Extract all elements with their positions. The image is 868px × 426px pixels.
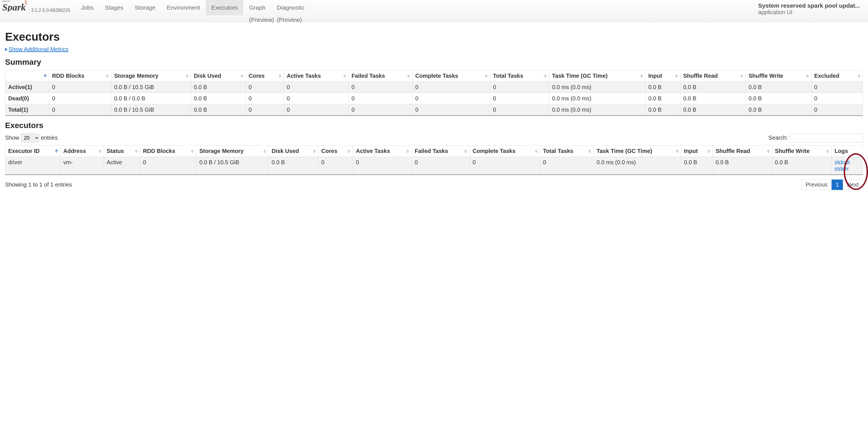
nav-tab-graph[interactable]: Graph(Preview)	[243, 0, 271, 15]
exec-col-header[interactable]: Shuffle Write	[772, 146, 832, 157]
col-header-text: Shuffle Read	[683, 73, 718, 79]
pager-previous[interactable]: Previous	[801, 180, 832, 190]
exec-cell: 0.0 B	[772, 157, 832, 175]
nav-tab-diagnostic[interactable]: Diagnostic(Preview)	[271, 0, 310, 15]
col-header-text: Excluded	[814, 73, 839, 79]
summary-cell: 0.0 B	[746, 104, 811, 116]
logs-cell: stdoutstderr	[832, 157, 863, 175]
summary-cell: 0	[348, 93, 412, 104]
nav-tabs: JobsStagesStorageEnvironmentExecutorsGra…	[75, 0, 310, 15]
sort-icon	[588, 149, 592, 153]
sort-icon	[767, 149, 770, 153]
summary-col-header[interactable]: Input	[645, 70, 680, 82]
pager-page[interactable]: 1	[832, 180, 843, 190]
col-header-text: Status	[107, 148, 124, 154]
exec-col-header[interactable]: Active Tasks	[353, 146, 412, 157]
nav-tab-sublabel: (Preview)	[249, 17, 274, 23]
exec-col-header[interactable]: Logs	[832, 146, 863, 157]
show-metrics-toggle[interactable]: Show Additional Metrics	[5, 46, 863, 53]
col-header-text: Input	[648, 73, 662, 79]
exec-col-header[interactable]: Status	[104, 146, 140, 157]
summary-cell: 0	[412, 104, 490, 116]
exec-cell: 0	[412, 157, 470, 175]
summary-col-header[interactable]: Shuffle Read	[680, 70, 745, 82]
exec-col-header[interactable]: Cores	[318, 146, 353, 157]
exec-col-header[interactable]: Executor ID	[5, 146, 60, 157]
stderr-link[interactable]: stderr	[834, 166, 860, 172]
sort-icon	[640, 74, 644, 78]
page-size-select[interactable]: 102050100	[21, 133, 39, 143]
sort-icon	[347, 149, 351, 153]
nav-tab-executors[interactable]: Executors	[206, 0, 243, 15]
pager-next[interactable]: Next	[843, 180, 863, 190]
nav-tab-storage[interactable]: Storage	[129, 0, 161, 15]
summary-cell: 0.0 B	[645, 104, 680, 116]
col-header-text: Shuffle Read	[716, 148, 750, 154]
col-header-text: Storage Memory	[114, 73, 158, 79]
summary-col-header[interactable]: Task Time (GC Time)	[549, 70, 645, 82]
show-metrics-link-text: Show Additional Metrics	[8, 46, 68, 52]
exec-col-header[interactable]: Input	[681, 146, 713, 157]
summary-cell: 0.0 B	[680, 104, 745, 116]
sort-icon	[464, 149, 468, 153]
summary-cell: 0	[811, 82, 863, 93]
sort-icon	[343, 74, 347, 78]
summary-col-header[interactable]: Failed Tasks	[348, 70, 412, 82]
summary-cell: 0	[348, 104, 412, 116]
nav-tab-label: Graph	[249, 4, 265, 11]
col-header-text: Failed Tasks	[351, 73, 385, 79]
exec-col-header[interactable]: Complete Tasks	[470, 146, 540, 157]
summary-col-header[interactable]: RDD Blocks	[49, 70, 111, 82]
col-header-text: Shuffle Write	[775, 148, 810, 154]
summary-cell: 0	[490, 82, 549, 93]
exec-cell: 0.0 B	[713, 157, 772, 175]
summary-cell: 0	[246, 104, 284, 116]
col-header-text: Shuffle Write	[748, 73, 783, 79]
summary-col-header[interactable]: Active Tasks	[284, 70, 348, 82]
sort-icon	[740, 74, 744, 78]
summary-col-header[interactable]: Complete Tasks	[412, 70, 490, 82]
summary-col-header[interactable]: Disk Used	[191, 70, 246, 82]
summary-cell: 0.0 B	[680, 82, 745, 93]
col-header-text: Executor ID	[8, 148, 39, 154]
summary-col-header[interactable]	[5, 70, 49, 82]
sort-icon	[535, 149, 538, 153]
summary-col-header[interactable]: Cores	[246, 70, 284, 82]
exec-cell: 0	[318, 157, 353, 175]
summary-cell: 0.0 ms (0.0 ms)	[549, 82, 645, 93]
summary-heading: Summary	[5, 58, 863, 67]
nav-tab-stages[interactable]: Stages	[99, 0, 129, 15]
col-header-text: Input	[684, 148, 698, 154]
summary-cell: 0.0 B	[645, 93, 680, 104]
summary-col-header[interactable]: Shuffle Write	[746, 70, 811, 82]
col-header-text: Active Tasks	[287, 73, 321, 79]
exec-col-header[interactable]: Storage Memory	[196, 146, 269, 157]
app-subtitle: application UI	[758, 9, 860, 16]
summary-cell: Total(1)	[5, 104, 49, 116]
summary-col-header[interactable]: Total Tasks	[490, 70, 549, 82]
exec-col-header[interactable]: Shuffle Read	[713, 146, 772, 157]
exec-cell: driver	[5, 157, 60, 175]
exec-col-header[interactable]: RDD Blocks	[140, 146, 196, 157]
summary-cell: 0.0 ms (0.0 ms)	[549, 93, 645, 104]
sort-icon	[826, 149, 830, 153]
nav-tab-jobs[interactable]: Jobs	[75, 0, 99, 15]
page-title: Executors	[5, 31, 863, 43]
exec-col-header[interactable]: Failed Tasks	[412, 146, 470, 157]
exec-col-header[interactable]: Address	[60, 146, 104, 157]
table-row: drivervm-Active00.0 B / 10.5 GiB0.0 B000…	[5, 157, 863, 175]
exec-col-header[interactable]: Total Tasks	[540, 146, 594, 157]
summary-row: Dead(0)00.0 B / 0.0 B0.0 B000000.0 ms (0…	[5, 93, 863, 104]
exec-col-header[interactable]: Task Time (GC Time)	[594, 146, 681, 157]
summary-col-header[interactable]: Storage Memory	[111, 70, 191, 82]
summary-col-header[interactable]: Excluded	[811, 70, 863, 82]
summary-cell: 0.0 B	[746, 93, 811, 104]
exec-col-header[interactable]: Disk Used	[269, 146, 318, 157]
col-header-text: Disk Used	[194, 73, 221, 79]
sort-icon	[279, 74, 282, 78]
summary-cell: 0	[284, 104, 348, 116]
summary-cell: 0.0 B	[191, 82, 246, 93]
stdout-link[interactable]: stdout	[834, 159, 860, 166]
search-input[interactable]	[789, 134, 863, 143]
nav-tab-environment[interactable]: Environment	[161, 0, 206, 15]
